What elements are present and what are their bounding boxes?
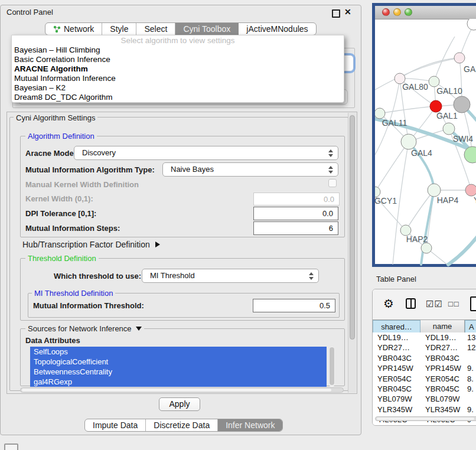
dpi-tolerance-field[interactable]: 0.0: [253, 207, 338, 220]
aracne-mode-label: Aracne Mode:: [25, 149, 76, 158]
node-gal4[interactable]: [401, 134, 416, 149]
attribute-item-topologicalcoefficient[interactable]: TopologicalCoefficient: [30, 357, 327, 367]
table-cell: YDL19…: [377, 332, 419, 343]
mi-threshold-field[interactable]: 0.5: [253, 299, 335, 312]
node-gal1-red[interactable]: [430, 100, 442, 112]
data-attributes-list[interactable]: SelfLoopsTopologicalCoefficientBetweenne…: [30, 347, 327, 387]
gear-icon[interactable]: ⚙: [383, 296, 394, 311]
table-panel: ⚙ ☑☑ □□ shared…nameA YDL19…YDL19…13YDR27…: [372, 289, 476, 426]
tab-cyni-toolbox[interactable]: Cyni Toolbox: [175, 23, 239, 35]
table-cell: YBR043C: [377, 353, 419, 363]
threshold-definition-group: Threshold Definition Which threshold to …: [20, 258, 345, 321]
table-row[interactable]: YBR045CYBR045C9.: [373, 384, 476, 394]
tab-impute-data[interactable]: Impute Data: [85, 419, 146, 431]
network-canvas[interactable]: GALGAL80GAL10GAL1GAL11SWI4GAL4GCY1HAP4YH…: [375, 19, 476, 267]
mi-threshold-definition-group: MI Threshold Definition Mutual Informati…: [28, 293, 340, 318]
table-cell: YBL079W: [425, 394, 464, 404]
node-label-gal4: GAL4: [411, 148, 432, 158]
node-gray[interactable]: [454, 96, 470, 113]
tab-discretize-data[interactable]: Discretize Data: [146, 419, 218, 431]
network-window-titlebar[interactable]: [375, 6, 476, 19]
minimize-traffic-light[interactable]: [393, 8, 401, 16]
node-pink-top[interactable]: [454, 53, 465, 63]
network-edge: [400, 58, 459, 79]
table-row[interactable]: YBR043CYBR043C: [373, 353, 476, 363]
column-header-a[interactable]: A: [465, 320, 476, 333]
zoom-traffic-light[interactable]: [405, 8, 412, 16]
table-horizontal-scrollbar[interactable]: [375, 416, 476, 421]
mi-steps-field[interactable]: 6: [253, 221, 338, 235]
dropdown-item-dream8-dc-tdc-algorithm[interactable]: Dream8 DC_TDC Algorithm: [12, 93, 344, 102]
column-header-name[interactable]: name: [420, 320, 465, 333]
checked-checkboxes-icon[interactable]: ☑☑: [426, 299, 443, 309]
mi-algorithm-type-combo[interactable]: Naive Bayes: [162, 162, 338, 177]
node-salmon[interactable]: [465, 184, 476, 196]
table-cell: YLR345W: [425, 405, 464, 415]
list-vertical-scrollbar[interactable]: [329, 347, 335, 387]
tab-select[interactable]: Select: [136, 23, 175, 35]
tab-infer-network[interactable]: Infer Network: [218, 419, 282, 431]
table-row[interactable]: YER054CYER054C8.: [373, 374, 476, 384]
aracne-mode-combo[interactable]: Discovery: [74, 146, 338, 160]
bottom-tab-bar: Impute DataDiscretize DataInfer Network: [84, 419, 283, 432]
node-gal10[interactable]: [429, 76, 439, 87]
dropdown-item-aracne-algorithm[interactable]: ARACNE Algorithm: [12, 64, 344, 74]
expander-arrow-down-icon[interactable]: [136, 327, 142, 331]
dropdown-item-list: Bayesian – Hill ClimbingBasic Correlatio…: [12, 45, 344, 102]
mi-steps-label: Mutual Information Steps:: [25, 224, 120, 233]
table-hscrollbar-thumb[interactable]: [377, 418, 474, 420]
algorithm-definition-group: Algorithm Definition Aracne Mode: Discov…: [20, 136, 345, 237]
node-swi4[interactable]: [443, 123, 455, 135]
list-horizontal-scrollbar[interactable]: [20, 387, 344, 393]
column-header-shared[interactable]: shared…: [373, 320, 420, 333]
algorithm-dropdown-popup: Select algorithm to view settings Bayesi…: [11, 35, 344, 103]
table-cell: 13: [467, 332, 476, 343]
apply-button[interactable]: Apply: [159, 397, 200, 411]
node-hap4[interactable]: [428, 184, 441, 197]
dropdown-item-bayesian-k2[interactable]: Bayesian – K2: [12, 83, 344, 93]
hub-expander-label: Hub/Transcription Factor Definition: [22, 240, 150, 249]
node-top-right[interactable]: [467, 19, 476, 30]
unchecked-checkboxes-icon[interactable]: □□: [448, 299, 460, 308]
dropdown-item-basic-correlation-inference[interactable]: Basic Correlation Inference: [12, 55, 344, 64]
close-traffic-light[interactable]: [382, 8, 390, 16]
table-row[interactable]: YBL079WYBL079W: [373, 394, 476, 404]
node-bottom[interactable]: [421, 243, 432, 253]
table-row[interactable]: YPR145WYPR145W9.: [373, 363, 476, 373]
attribute-item-selfloops[interactable]: SelfLoops: [30, 347, 327, 357]
dpi-tolerance-label: DPI Tolerance [0,1]:: [25, 209, 96, 218]
list-hscrollbar-thumb[interactable]: [22, 389, 331, 392]
close-icon[interactable]: ✕: [344, 7, 351, 17]
attribute-item-gal4rgexp[interactable]: gal4RGexp: [30, 377, 327, 387]
list-scrollbar-thumb[interactable]: [330, 347, 334, 385]
node-gal11[interactable]: [375, 108, 385, 119]
float-window-icon[interactable]: [332, 9, 340, 18]
table-row[interactable]: YDR27…YDR27…12: [373, 343, 476, 353]
table-cell: YBR045C: [377, 384, 419, 394]
document-icon[interactable]: [470, 296, 476, 311]
table-cell: YDR27…: [377, 343, 419, 353]
split-columns-icon[interactable]: [406, 298, 416, 309]
which-threshold-combo[interactable]: MI Threshold: [142, 269, 319, 283]
attribute-item-betweennesscentrality[interactable]: BetweennessCentrality: [30, 367, 327, 377]
table-panel-title: Table Panel: [376, 275, 416, 283]
table-toolbar: ⚙ ☑☑ □□: [373, 289, 476, 319]
tab-jactivemnodules[interactable]: jActiveMNodules: [239, 23, 315, 35]
table-cell: YDL19…: [425, 332, 464, 343]
table-row[interactable]: YDL19…YDL19…13: [373, 332, 476, 343]
hub-transcription-expander[interactable]: Hub/Transcription Factor Definition: [22, 240, 160, 249]
table-row[interactable]: YLR345WYLR345W9.: [373, 405, 476, 415]
dropdown-item-mutual-information-inference[interactable]: Mutual Information Inference: [12, 74, 344, 83]
control-panel-title: Control Panel: [6, 8, 53, 17]
table-cell: 9.: [467, 363, 476, 373]
kernel-width-field[interactable]: 0.0: [253, 193, 340, 206]
dropdown-placeholder: Select algorithm to view settings: [12, 35, 344, 45]
dropdown-item-bayesian-hill-climbing[interactable]: Bayesian – Hill Climbing: [12, 45, 344, 55]
tab-network[interactable]: Network: [45, 23, 102, 35]
settings-scrollbar-thumb[interactable]: [350, 115, 355, 340]
manual-kernel-width-checkbox[interactable]: [328, 179, 337, 187]
settings-vertical-scrollbar[interactable]: [348, 113, 356, 393]
minimized-panel-icon[interactable]: [4, 444, 18, 450]
tab-label: Discretize Data: [154, 420, 210, 430]
tab-style[interactable]: Style: [102, 23, 136, 35]
